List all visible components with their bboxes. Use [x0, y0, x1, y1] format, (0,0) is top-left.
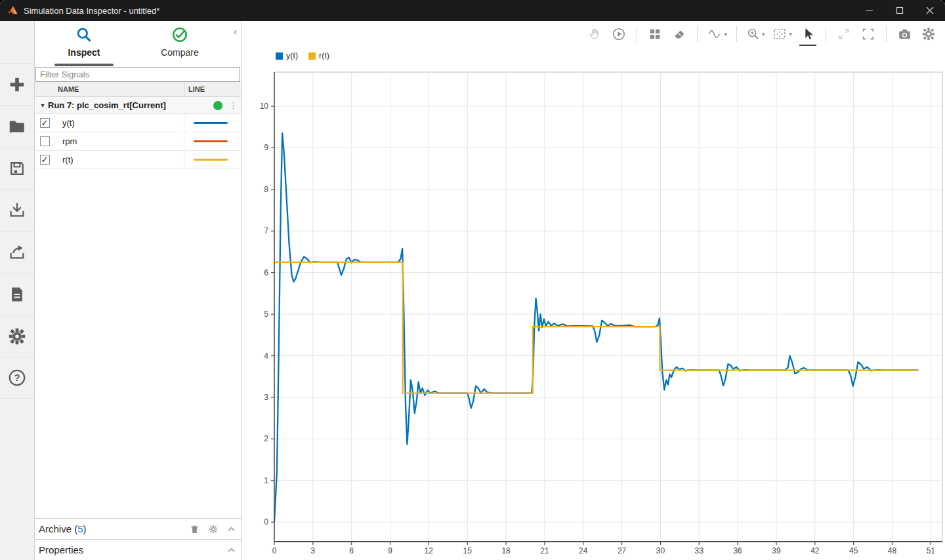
signal-visibility-checkbox[interactable]: ✓ [40, 155, 50, 165]
save-button[interactable] [0, 147, 34, 189]
preferences-button[interactable] [0, 315, 34, 357]
compare-check-icon [171, 26, 188, 43]
select-cursor-button[interactable] [798, 24, 818, 44]
svg-text:6: 6 [349, 546, 354, 555]
archive-trash-icon[interactable] [190, 524, 200, 534]
svg-text:3: 3 [311, 546, 316, 555]
clear-subplots-eraser-button[interactable] [669, 24, 689, 44]
tab-inspect-label: Inspect [68, 47, 100, 58]
svg-text:21: 21 [540, 546, 549, 555]
sdi-window: Simulation Data Inspector - untitled* [0, 0, 945, 560]
column-header-name: NAME [35, 85, 184, 93]
archive-collapse-chevron-icon[interactable] [227, 526, 236, 532]
legend-swatch-icon [276, 52, 283, 60]
signal-visibility-checkbox[interactable] [40, 136, 50, 146]
properties-bar[interactable]: Properties [35, 539, 241, 560]
toolbar-separator [736, 26, 737, 42]
svg-text:24: 24 [579, 546, 588, 555]
open-button[interactable] [0, 105, 34, 147]
properties-collapse-chevron-icon[interactable] [227, 547, 236, 553]
run-expand-caret-icon[interactable]: ▾ [37, 102, 48, 109]
legend-item: r(t) [308, 51, 329, 60]
svg-text:15: 15 [463, 546, 472, 555]
svg-text:33: 33 [695, 546, 704, 555]
legend-label: y(t) [286, 51, 298, 60]
signal-name: r(t) [54, 151, 184, 169]
toolbar-separator [886, 26, 887, 42]
signal-line-swatch [194, 122, 228, 124]
dropdown-caret-icon: ▾ [724, 31, 727, 37]
legend-item: y(t) [276, 51, 298, 60]
archive-label: Archive (5) [39, 523, 190, 534]
svg-text:48: 48 [888, 546, 897, 555]
run-options-kebab-icon[interactable]: ⋮ [229, 100, 236, 110]
filter-signals-input[interactable] [35, 67, 240, 82]
signal-row[interactable]: ✓r(t) [35, 151, 241, 169]
tab-compare[interactable]: Compare [132, 21, 228, 66]
minimize-button[interactable] [854, 0, 885, 21]
svg-text:3: 3 [264, 393, 268, 402]
archive-count: 5 [77, 523, 83, 534]
tab-inspect[interactable]: Inspect [36, 21, 132, 66]
svg-text:36: 36 [733, 546, 742, 555]
svg-text:1: 1 [264, 476, 268, 485]
zoom-in-button[interactable]: ▾ [745, 24, 766, 44]
toolbar-separator [826, 26, 826, 42]
signal-line-swatch [194, 159, 228, 161]
toolbar-separator [697, 26, 698, 42]
run-group-row[interactable]: ▾ Run 7: plc_cosim_rt[Current] ⋮ [35, 97, 241, 114]
svg-text:45: 45 [849, 546, 858, 555]
signals-table: NAME LINE ▾ Run 7: plc_cosim_rt[Current]… [35, 82, 241, 518]
signal-row[interactable]: rpm [35, 132, 241, 151]
column-header-line: LINE [184, 82, 241, 96]
table-empty-area [35, 169, 241, 518]
svg-text:18: 18 [501, 546, 511, 555]
tab-compare-label: Compare [161, 47, 199, 58]
plot-area-panel: ▾ ▾ ▾ [242, 21, 945, 560]
question-mark-glyph: ? [14, 372, 20, 383]
fit-to-view-button[interactable]: ▾ [770, 24, 793, 44]
collapse-panel-icon[interactable]: ‹ [234, 26, 237, 36]
signal-visibility-checkbox[interactable]: ✓ [40, 118, 50, 128]
export-button[interactable] [0, 231, 34, 273]
signal-name: y(t) [54, 114, 184, 132]
signal-row[interactable]: ✓y(t) [35, 114, 241, 132]
time-plot[interactable]: 0369121518212427303336394245485101234567… [242, 64, 945, 560]
report-button[interactable] [0, 273, 34, 315]
signals-panel: Inspect Compare ‹ NAME LINE [35, 21, 242, 560]
snapshot-camera-button[interactable] [894, 24, 914, 44]
window-title: Simulation Data Inspector - untitled* [24, 6, 159, 16]
svg-text:2: 2 [264, 434, 268, 443]
dropdown-caret-icon: ▾ [789, 31, 792, 37]
subplot-layout-button[interactable] [645, 24, 665, 44]
left-toolbar: ? [0, 21, 35, 560]
replay-button[interactable] [609, 24, 629, 44]
import-button[interactable] [0, 189, 34, 231]
fullscreen-button[interactable] [858, 24, 878, 44]
dropdown-caret-icon: ▾ [762, 31, 765, 37]
signal-name: rpm [54, 132, 184, 150]
title-bar: Simulation Data Inspector - untitled* [0, 0, 945, 21]
svg-text:12: 12 [425, 546, 434, 555]
help-button[interactable]: ? [0, 357, 34, 399]
svg-text:7: 7 [264, 226, 268, 235]
signal-rows: ✓y(t)rpm✓r(t) [35, 114, 241, 169]
archive-settings-gear-icon[interactable] [209, 525, 218, 534]
expand-plot-button[interactable] [834, 24, 854, 44]
chart-canvas[interactable]: 0369121518212427303336394245485101234567… [242, 64, 945, 560]
pan-hand-button[interactable] [585, 24, 604, 44]
svg-text:5: 5 [264, 310, 268, 319]
legend-label: r(t) [319, 51, 329, 60]
plot-toolbar: ▾ ▾ ▾ [242, 21, 945, 47]
svg-text:0: 0 [264, 517, 268, 527]
plot-settings-gear-button[interactable] [919, 24, 938, 44]
close-button[interactable] [915, 0, 945, 21]
maximize-button[interactable] [885, 0, 915, 21]
svg-text:8: 8 [264, 185, 268, 194]
archive-bar[interactable]: Archive (5) [35, 518, 241, 539]
legend-swatch-icon [308, 52, 316, 60]
add-run-button[interactable] [0, 63, 34, 105]
svg-text:51: 51 [927, 546, 936, 555]
signal-line-swatch [194, 140, 228, 142]
signal-trace-options-button[interactable]: ▾ [705, 24, 728, 44]
